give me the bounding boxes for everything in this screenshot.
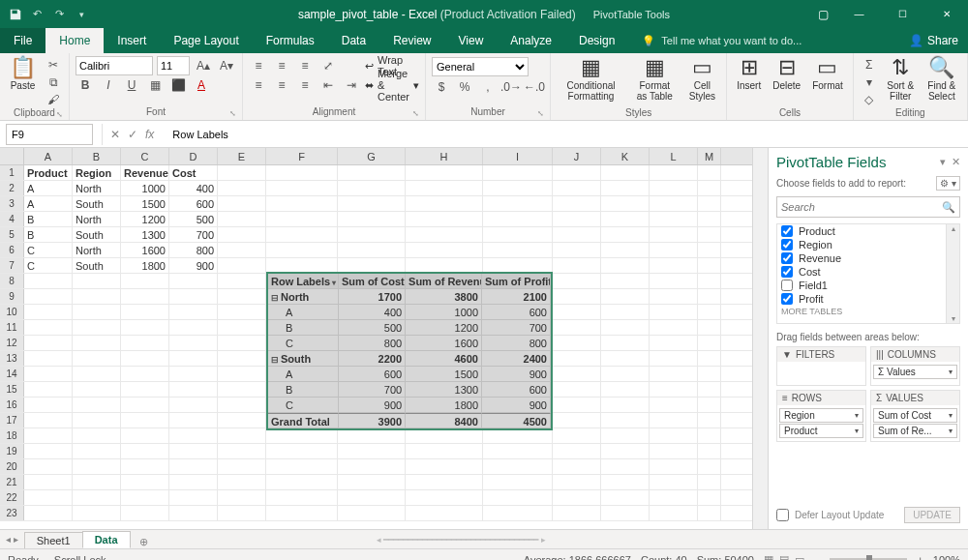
cell[interactable] — [553, 490, 601, 505]
cell[interactable] — [169, 351, 218, 366]
cell[interactable] — [698, 305, 721, 319]
cell[interactable] — [698, 351, 721, 366]
cell[interactable] — [601, 336, 650, 350]
cell[interactable] — [650, 490, 698, 505]
format-painter-icon[interactable]: 🖌 — [44, 92, 63, 107]
cell[interactable] — [553, 181, 601, 195]
cell[interactable]: C — [24, 243, 73, 257]
cell[interactable] — [553, 475, 601, 489]
cell[interactable] — [698, 382, 721, 397]
cell[interactable] — [266, 490, 338, 505]
cell[interactable]: 500 — [169, 212, 218, 226]
cell[interactable] — [601, 258, 650, 273]
area-pill[interactable]: Sum of Re...▾ — [873, 424, 957, 438]
conditional-formatting-button[interactable]: ▦Conditional Formatting — [557, 55, 625, 107]
merge-center-button[interactable]: ⬌Merge & Center ▾ — [365, 76, 419, 94]
cell[interactable] — [169, 428, 218, 443]
cell[interactable] — [650, 212, 698, 226]
cell[interactable] — [73, 305, 121, 319]
collapse-icon[interactable]: ⊟ — [271, 355, 279, 365]
sheet-tab-active[interactable]: Data — [82, 531, 131, 548]
row-header[interactable]: 12 — [0, 336, 24, 350]
borders-icon[interactable]: ▦ — [145, 77, 165, 93]
cell[interactable] — [121, 336, 169, 350]
field-search[interactable]: 🔍 — [776, 196, 960, 218]
cell[interactable] — [169, 398, 218, 412]
cell[interactable] — [73, 336, 121, 350]
cell[interactable] — [698, 212, 721, 226]
col-header[interactable]: F — [266, 148, 338, 164]
cell[interactable]: 1800 — [121, 258, 169, 273]
cell[interactable] — [601, 212, 650, 226]
cell[interactable] — [218, 444, 266, 458]
cell[interactable] — [483, 212, 553, 226]
align-right-icon[interactable]: ≡ — [295, 77, 315, 93]
field-checkbox-item[interactable]: Field1 — [777, 279, 959, 292]
cell[interactable] — [266, 227, 338, 242]
tab-view[interactable]: View — [445, 28, 498, 53]
cell[interactable] — [483, 243, 553, 257]
cell[interactable] — [650, 475, 698, 489]
col-header[interactable]: L — [650, 148, 698, 164]
font-color-icon[interactable]: A — [192, 77, 211, 93]
update-button[interactable]: UPDATE — [904, 507, 960, 523]
grow-font-icon[interactable]: A▴ — [194, 58, 213, 74]
cell[interactable] — [24, 459, 73, 474]
cell[interactable] — [483, 165, 553, 180]
cell[interactable] — [121, 351, 169, 366]
cell[interactable] — [698, 243, 721, 257]
pivot-table[interactable]: Row Labels▾ Sum of Cost Sum of Revenue S… — [266, 272, 553, 430]
cell[interactable] — [553, 196, 601, 211]
cell[interactable] — [698, 444, 721, 458]
cell[interactable]: 400 — [169, 181, 218, 195]
area-pill[interactable]: Product▾ — [779, 424, 863, 438]
col-header[interactable]: H — [406, 148, 483, 164]
cell[interactable] — [698, 428, 721, 443]
format-cells-button[interactable]: ▭Format — [808, 55, 847, 107]
row-header[interactable]: 10 — [0, 305, 24, 319]
cell[interactable] — [169, 367, 218, 381]
chevron-down-icon[interactable]: ▾ — [949, 427, 953, 435]
cell[interactable] — [218, 428, 266, 443]
cell[interactable] — [698, 227, 721, 242]
cell[interactable] — [483, 181, 553, 195]
cell[interactable]: C — [24, 258, 73, 273]
cell-styles-button[interactable]: ▭Cell Styles — [684, 55, 721, 107]
cell[interactable] — [650, 506, 698, 520]
vertical-scrollbar[interactable] — [752, 148, 768, 529]
cell[interactable]: Cost — [169, 165, 218, 180]
cell[interactable] — [601, 367, 650, 381]
cell[interactable] — [698, 475, 721, 489]
cell[interactable] — [483, 444, 553, 458]
cell[interactable] — [601, 274, 650, 288]
close-button[interactable]: ✕ — [924, 0, 968, 28]
row-header[interactable]: 13 — [0, 351, 24, 366]
cell[interactable] — [266, 212, 338, 226]
paste-button[interactable]: 📋Paste — [6, 55, 40, 107]
increase-decimal-icon[interactable]: .0→ — [501, 79, 521, 95]
cell[interactable]: South — [73, 258, 121, 273]
cell[interactable]: South — [73, 196, 121, 211]
view-page-layout-icon[interactable]: ▤ — [779, 553, 789, 560]
cell[interactable]: 1000 — [121, 181, 169, 195]
comma-icon[interactable]: , — [478, 79, 498, 95]
cell[interactable] — [73, 459, 121, 474]
increase-indent-icon[interactable]: ⇥ — [342, 77, 361, 93]
cell[interactable] — [24, 398, 73, 412]
cell[interactable] — [24, 475, 73, 489]
cell[interactable] — [553, 444, 601, 458]
cell[interactable] — [218, 367, 266, 381]
cell[interactable] — [698, 196, 721, 211]
cell[interactable] — [73, 367, 121, 381]
number-dialog-icon[interactable]: ⤡ — [537, 108, 544, 120]
cell[interactable] — [338, 428, 406, 443]
chevron-down-icon[interactable]: ▾ — [855, 427, 859, 435]
cell[interactable] — [73, 320, 121, 335]
number-format-select[interactable]: General — [432, 57, 529, 76]
cell[interactable] — [73, 444, 121, 458]
row-header[interactable]: 11 — [0, 320, 24, 335]
col-header[interactable]: J — [553, 148, 601, 164]
cell[interactable] — [650, 274, 698, 288]
field-checkbox[interactable] — [781, 293, 793, 305]
cell[interactable] — [121, 490, 169, 505]
